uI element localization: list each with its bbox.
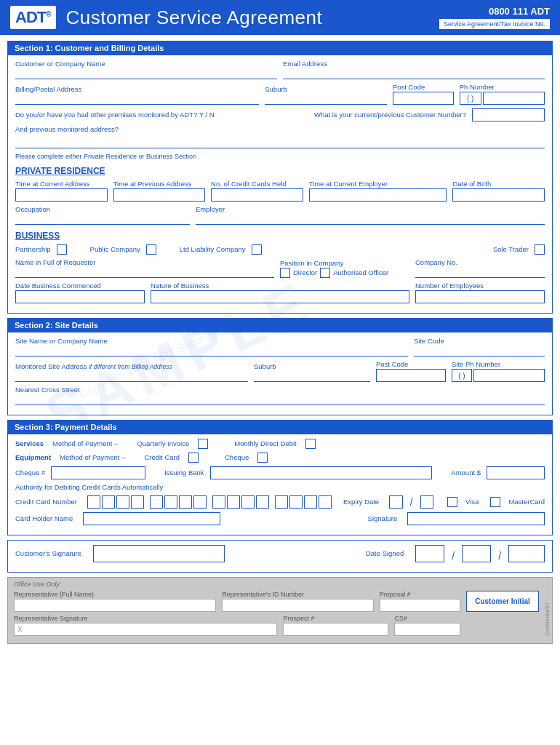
customer-name-input[interactable] (15, 68, 277, 79)
cc-cell-3[interactable] (116, 495, 129, 509)
equipment-method-label: Method of Payment – (60, 453, 125, 461)
expiry-label: Expiry Date (343, 498, 379, 506)
cs-group: CS# (394, 615, 460, 636)
credit-card-checkbox[interactable] (188, 453, 199, 463)
amount-input[interactable] (487, 466, 545, 479)
pr-row1: Time at Current Address Time at Previous… (15, 180, 545, 202)
authority-row: Authority for Debiting Credit Cards Auto… (15, 483, 545, 492)
row-name-email: Customer or Company Name Email Address (15, 60, 545, 79)
name-full-input[interactable] (15, 267, 274, 278)
authorised-checkbox[interactable] (320, 268, 330, 278)
phone-area-input[interactable]: ( ) (460, 92, 481, 105)
employees-input[interactable] (415, 290, 545, 303)
nature-input[interactable] (151, 290, 409, 303)
prev-address-input[interactable] (15, 138, 545, 148)
monitored-address-main: Monitored Site Address (15, 362, 87, 370)
site-postcode-input[interactable] (376, 369, 446, 382)
expiry-month-input[interactable] (389, 495, 403, 509)
employer-input[interactable] (196, 214, 545, 225)
cc-cell-6[interactable] (164, 495, 177, 509)
cc-cell-1[interactable] (87, 495, 100, 509)
signature-input[interactable] (407, 512, 545, 525)
site-name-label: Site Name or Company Name (15, 337, 408, 345)
pr-row2: Occupation Employer (15, 205, 545, 225)
cc-cell-12[interactable] (256, 495, 269, 509)
issuing-bank-input[interactable] (210, 466, 433, 479)
cheque-num-input[interactable] (51, 466, 145, 479)
cc-cell-2[interactable] (102, 495, 115, 509)
cardholder-input[interactable] (83, 512, 220, 525)
credit-cards-input[interactable] (211, 188, 303, 202)
cc-cell-14[interactable] (289, 495, 303, 509)
suburb-input[interactable] (265, 94, 387, 105)
rep-sig-input[interactable]: X (14, 623, 277, 636)
customer-sig-input[interactable] (93, 545, 224, 562)
phone-number-input[interactable] (483, 92, 545, 105)
cheque-checkbox[interactable] (257, 453, 268, 463)
cheque-label: Cheque (225, 453, 249, 461)
cross-street-input[interactable] (15, 394, 545, 405)
position-group: Position in Company Director Authorised … (280, 259, 409, 278)
customer-sig-row: Customer's Signature Date Signed / / (15, 545, 545, 562)
customer-name-group: Customer or Company Name (15, 60, 277, 79)
date-signed-year[interactable] (508, 545, 545, 562)
section3: Section 3: Payment Details Services Meth… (7, 420, 553, 535)
private-residence-title: PRIVATE RESIDENCE (15, 166, 545, 176)
cc-cell-13[interactable] (275, 495, 288, 509)
date-signed-day[interactable] (415, 545, 444, 562)
site-suburb-input[interactable] (254, 371, 370, 382)
date-signed-month[interactable] (462, 545, 491, 562)
cc-cell-4[interactable] (131, 495, 144, 509)
postcode-label: Post Code (393, 83, 454, 91)
site-code-label: Site Code (414, 337, 545, 345)
expiry-year-input[interactable] (420, 495, 434, 509)
monitored-address-input[interactable] (15, 371, 248, 382)
public-company-checkbox[interactable] (146, 244, 156, 255)
prospect-input[interactable] (283, 623, 388, 636)
rep-id-input[interactable] (222, 599, 374, 612)
postcode-input[interactable] (393, 92, 454, 105)
cc-cell-10[interactable] (227, 495, 240, 509)
cc-cell-5[interactable] (150, 495, 163, 509)
rep-name-input[interactable] (14, 599, 216, 612)
visa-checkbox[interactable] (447, 497, 457, 507)
services-main-label: Services (15, 439, 44, 447)
company-no-input[interactable] (415, 267, 545, 278)
time-employer-input[interactable] (309, 188, 447, 202)
site-name-input[interactable] (15, 346, 408, 356)
cc-cell-7[interactable] (179, 495, 192, 509)
cc-cell-8[interactable] (193, 495, 207, 509)
proposal-input[interactable] (380, 599, 460, 612)
site-ph-area[interactable]: ( ) (452, 369, 472, 382)
partnership-checkbox[interactable] (57, 244, 67, 255)
quarterly-checkbox[interactable] (198, 439, 208, 449)
time-prev-input[interactable] (113, 188, 206, 202)
date-commenced-input[interactable] (15, 290, 145, 303)
proposal-label: Proposal # (380, 591, 460, 598)
director-checkbox[interactable] (280, 268, 290, 278)
cc-cell-15[interactable] (304, 495, 317, 509)
billing-input[interactable] (15, 94, 259, 105)
date-slash1: / (450, 550, 456, 562)
cc-cell-9[interactable] (212, 495, 225, 509)
cheque-row: Cheque # Issuing Bank Amount $ (15, 466, 545, 479)
time-current-input[interactable] (15, 188, 108, 202)
cs-input[interactable] (394, 623, 460, 636)
monthly-checkbox[interactable] (305, 439, 316, 449)
ltd-checkbox[interactable] (252, 244, 262, 255)
occupation-input[interactable] (15, 214, 190, 225)
cc-cell-11[interactable] (241, 495, 255, 509)
site-ph-input[interactable] (473, 369, 545, 382)
sidebar-text: CorMedia/97 (544, 602, 551, 636)
cheque-num-label: Cheque # (15, 469, 45, 477)
time-current-group: Time at Current Address (15, 180, 108, 202)
email-input[interactable] (283, 68, 545, 79)
site-code-input[interactable] (414, 346, 545, 356)
dob-input[interactable] (452, 188, 545, 202)
sole-trader-checkbox[interactable] (535, 244, 545, 255)
section1: Section 1: Customer and Billing Details … (7, 41, 553, 314)
customer-number-input[interactable] (472, 108, 545, 121)
mastercard-checkbox[interactable] (490, 497, 500, 507)
cc-cell-16[interactable] (319, 495, 332, 509)
date-signed-label: Date Signed (366, 549, 404, 557)
